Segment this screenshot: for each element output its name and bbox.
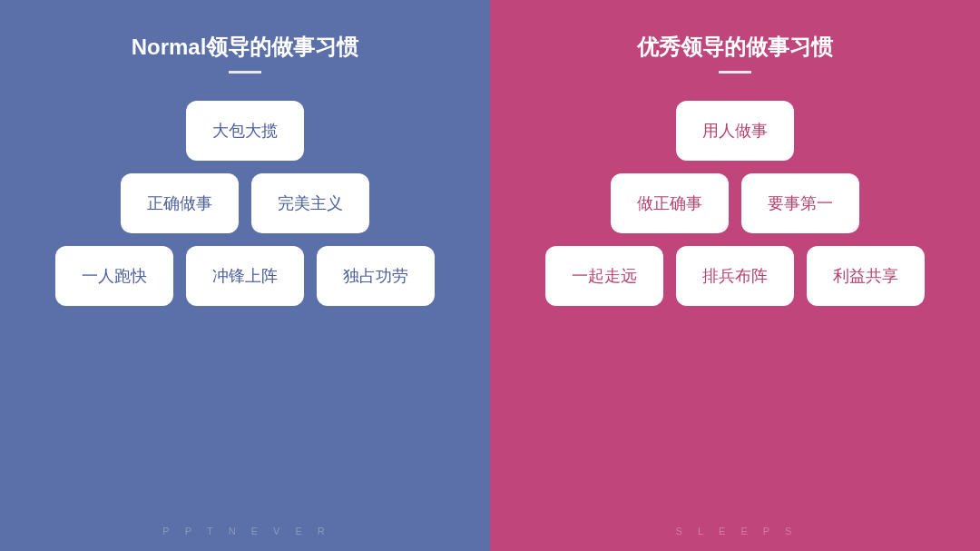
right-row-3: 一起走远 排兵布阵 利益共享 [545, 246, 925, 306]
left-card-3-3: 独占功劳 [317, 246, 435, 306]
right-divider [719, 71, 751, 74]
right-pyramid: 用人做事 做正确事 要事第一 一起走远 排兵布阵 利益共享 [508, 101, 962, 306]
right-row-2: 做正确事 要事第一 [611, 173, 859, 233]
left-row-1: 大包大揽 [186, 101, 304, 161]
right-card-3-3: 利益共享 [807, 246, 925, 306]
left-card-2-2: 完美主义 [251, 173, 369, 233]
left-pyramid: 大包大揽 正确做事 完美主义 一人跑快 冲锋上阵 独占功劳 [18, 101, 472, 306]
left-row-3: 一人跑快 冲锋上阵 独占功劳 [55, 246, 435, 306]
right-card-2-1: 做正确事 [611, 173, 729, 233]
left-card-3-1: 一人跑快 [55, 246, 173, 306]
left-title: Normal领导的做事习惯 [132, 33, 359, 62]
right-title: 优秀领导的做事习惯 [637, 33, 833, 62]
left-card-3-2: 冲锋上阵 [186, 246, 304, 306]
left-watermark: P P T N E V E R [162, 526, 327, 536]
left-card-1-1: 大包大揽 [186, 101, 304, 161]
right-panel: 优秀领导的做事习惯 用人做事 做正确事 要事第一 一起走远 排兵布阵 利益共享 … [490, 0, 980, 551]
right-card-3-1: 一起走远 [545, 246, 663, 306]
left-row-2: 正确做事 完美主义 [121, 173, 369, 233]
right-card-2-2: 要事第一 [741, 173, 859, 233]
right-watermark: S L E E P S [676, 526, 795, 536]
right-row-1: 用人做事 [676, 101, 794, 161]
right-card-1-1: 用人做事 [676, 101, 794, 161]
left-panel: Normal领导的做事习惯 大包大揽 正确做事 完美主义 一人跑快 冲锋上阵 独… [0, 0, 490, 551]
right-card-3-2: 排兵布阵 [676, 246, 794, 306]
left-divider [229, 71, 261, 74]
left-card-2-1: 正确做事 [121, 173, 239, 233]
